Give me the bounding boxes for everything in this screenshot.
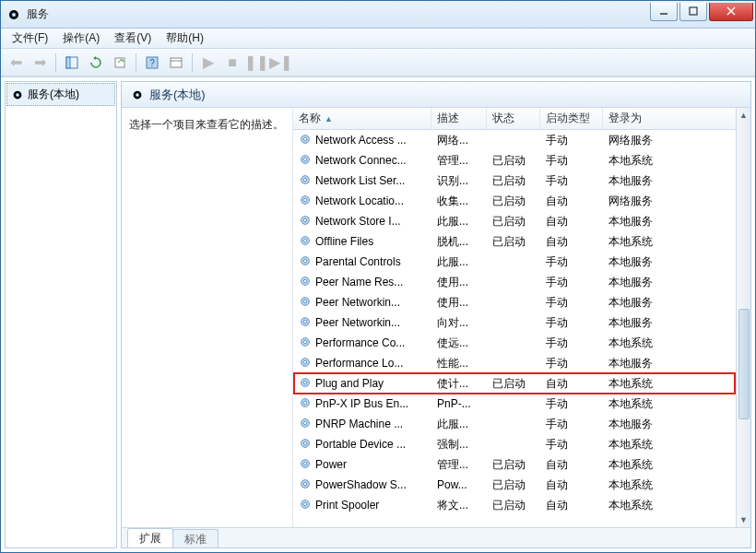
body: 服务(本地) 服务(本地) 选择一个项目来查看它的描述。 名称▲ 描述 状态 启… [1, 76, 755, 552]
cell-name: Offline Files [293, 234, 431, 250]
cell-startup: 手动 [540, 417, 603, 432]
cell-logon: 本地服务 [603, 417, 750, 432]
properties-button[interactable] [165, 52, 187, 74]
service-name: Parental Controls [315, 255, 401, 268]
tree-item-services-local[interactable]: 服务(本地) [6, 83, 115, 106]
forward-button[interactable]: ➡ [29, 52, 51, 74]
cell-logon: 本地服务 [603, 295, 750, 311]
service-row[interactable]: Network Store I...此服...已启动自动本地服务 [293, 211, 750, 231]
cell-name: Network Store I... [293, 214, 431, 229]
col-header-logon[interactable]: 登录为 [603, 108, 750, 129]
gear-icon [299, 417, 312, 432]
service-row[interactable]: Parental Controls此服...手动本地服务 [293, 252, 750, 272]
cell-startup: 手动 [540, 315, 603, 331]
service-row[interactable]: Peer Networkin...使用...手动本地服务 [293, 292, 750, 312]
service-row[interactable]: Network Connec...管理...已启动手动本地系统 [293, 150, 750, 171]
service-row[interactable]: Performance Co...使远...手动本地系统 [293, 333, 750, 353]
svg-point-20 [303, 158, 307, 161]
tab-extended[interactable]: 扩展 [127, 528, 173, 548]
service-row[interactable]: Peer Networkin...向对...手动本地服务 [293, 312, 750, 333]
service-row[interactable]: Network Access ...网络...手动网络服务 [293, 130, 750, 150]
refresh-button[interactable] [85, 52, 107, 74]
scroll-thumb[interactable] [738, 309, 750, 419]
service-row[interactable]: Peer Name Res...使用...手动本地服务 [293, 272, 750, 292]
cell-name: Peer Networkin... [293, 315, 431, 331]
stop-service-button[interactable]: ■ [221, 52, 243, 74]
service-row[interactable]: Offline Files脱机...已启动自动本地系统 [293, 231, 750, 252]
service-row[interactable]: PowerShadow S...Pow...已启动自动本地系统 [293, 475, 750, 495]
menu-file[interactable]: 文件(F) [5, 29, 55, 48]
service-name: Offline Files [315, 235, 373, 248]
cell-desc: 强制... [431, 437, 487, 453]
gear-icon [299, 457, 312, 473]
cell-startup: 手动 [540, 437, 603, 453]
vertical-scrollbar[interactable]: ▲ ▼ [736, 108, 750, 527]
cell-desc: 识别... [431, 173, 487, 189]
cell-logon: 本地系统 [603, 437, 750, 453]
menu-help[interactable]: 帮助(H) [159, 29, 211, 48]
cell-name: Network Connec... [293, 153, 431, 169]
maximize-button[interactable] [679, 3, 707, 21]
svg-point-36 [303, 320, 307, 324]
service-row[interactable]: PnP-X IP Bus En...PnP-...手动本地系统 [293, 394, 750, 414]
gear-icon [299, 477, 312, 493]
svg-point-28 [303, 239, 307, 242]
export-button[interactable] [109, 52, 131, 74]
gear-icon [299, 498, 312, 513]
minimize-button[interactable] [650, 3, 678, 21]
cell-logon: 本地服务 [603, 173, 750, 189]
cell-name: Network Locatio... [293, 194, 431, 209]
service-row[interactable]: Performance Lo...性能...手动本地服务 [293, 353, 750, 373]
service-row[interactable]: Network List Ser...识别...已启动手动本地服务 [293, 171, 750, 191]
pause-service-button[interactable]: ❚❚ [245, 52, 267, 74]
help-button[interactable]: ? [141, 52, 163, 74]
cell-desc: 脱机... [431, 234, 487, 250]
cell-logon: 本地系统 [603, 477, 750, 493]
cell-logon: 本地系统 [603, 376, 750, 392]
restart-service-button[interactable]: ▶❚ [269, 52, 291, 74]
service-name: Peer Networkin... [315, 296, 400, 309]
console-tree[interactable]: 服务(本地) [5, 81, 117, 548]
service-row[interactable]: Plug and Play使计...已启动自动本地系统 [293, 373, 750, 394]
cell-logon: 网络服务 [603, 194, 750, 209]
col-header-startup[interactable]: 启动类型 [540, 108, 603, 129]
menu-bar: 文件(F) 操作(A) 查看(V) 帮助(H) [1, 29, 755, 49]
svg-point-46 [303, 421, 307, 425]
cell-logon: 本地服务 [603, 315, 750, 331]
window-controls [648, 3, 753, 23]
menu-view[interactable]: 查看(V) [107, 29, 159, 48]
svg-point-24 [303, 198, 307, 202]
close-button[interactable] [709, 3, 753, 21]
col-header-description[interactable]: 描述 [431, 108, 487, 129]
cell-logon: 网络服务 [603, 133, 750, 148]
menu-action[interactable]: 操作(A) [55, 29, 107, 48]
start-service-button[interactable]: ▶ [197, 52, 219, 74]
service-name: Print Spooler [315, 499, 379, 512]
service-rows[interactable]: Network Access ...网络...手动网络服务Network Con… [293, 130, 750, 527]
show-hide-tree-button[interactable] [61, 52, 83, 74]
gear-icon [299, 396, 312, 412]
col-header-name[interactable]: 名称▲ [293, 108, 431, 129]
scroll-down-icon[interactable]: ▼ [738, 512, 750, 527]
service-row[interactable]: Network Locatio...收集...已启动自动网络服务 [293, 191, 750, 211]
cell-desc: 收集... [431, 194, 487, 209]
cell-status: 已启动 [487, 194, 540, 209]
service-row[interactable]: Portable Device ...强制...手动本地系统 [293, 434, 750, 454]
gear-icon [299, 335, 312, 351]
service-row[interactable]: Power管理...已启动自动本地系统 [293, 454, 750, 475]
svg-point-30 [303, 259, 307, 263]
cell-desc: 此服... [431, 214, 487, 229]
col-header-status[interactable]: 状态 [487, 108, 540, 129]
scroll-up-icon[interactable]: ▲ [738, 108, 750, 123]
svg-point-22 [303, 178, 307, 182]
service-name: Network Locatio... [315, 194, 404, 207]
tab-standard[interactable]: 标准 [172, 529, 219, 548]
svg-text:?: ? [149, 58, 155, 68]
service-row[interactable]: Print Spooler将文...已启动自动本地系统 [293, 495, 750, 515]
cell-name: PnP-X IP Bus En... [293, 396, 431, 412]
gear-icon [299, 356, 312, 371]
service-row[interactable]: PNRP Machine ...此服...手动本地服务 [293, 414, 750, 434]
back-button[interactable]: ⬅ [5, 52, 27, 74]
service-name: Power [315, 458, 347, 471]
cell-name: Print Spooler [293, 498, 431, 513]
